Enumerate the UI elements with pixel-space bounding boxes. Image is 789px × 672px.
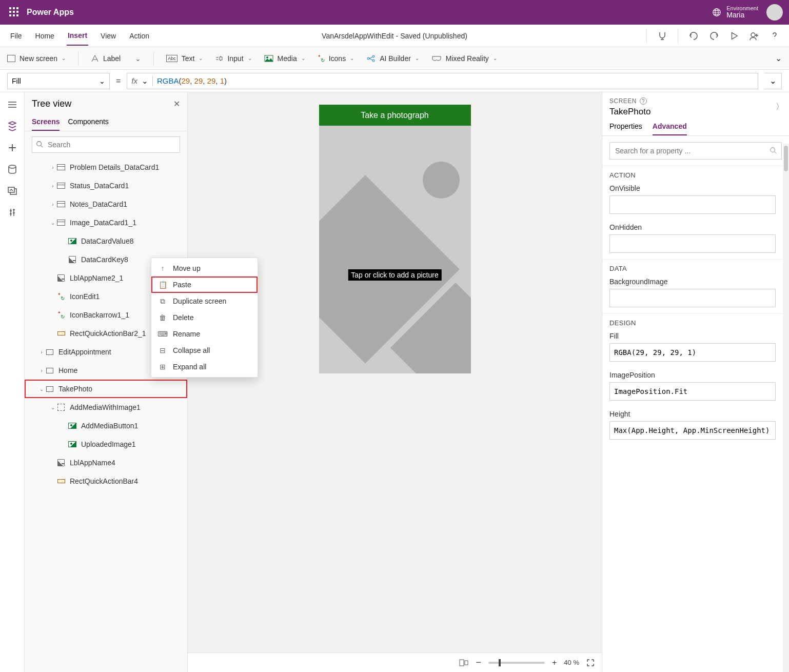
- app-checker-icon[interactable]: [657, 31, 667, 41]
- tree-item[interactable]: ›Status_DataCard1: [25, 176, 187, 195]
- context-menu-icon: 🗑: [159, 313, 167, 322]
- menu-file[interactable]: File: [9, 27, 23, 45]
- input-label: Input: [227, 54, 243, 63]
- zoom-out-button[interactable]: −: [476, 657, 481, 668]
- tree-item[interactable]: LblAppName4: [25, 453, 187, 472]
- play-icon[interactable]: [729, 31, 739, 41]
- prop-onhidden-input[interactable]: [609, 234, 776, 253]
- context-menu-item[interactable]: ⌨Rename: [151, 326, 258, 342]
- fit-screen-icon[interactable]: [586, 659, 595, 667]
- media-rail-icon[interactable]: [7, 186, 17, 196]
- tree-item[interactable]: RectQuickActionBar4: [25, 472, 187, 490]
- prop-fill-input[interactable]: RGBA(29, 29, 29, 1): [609, 343, 776, 362]
- prop-height-input[interactable]: Max(App.Height, App.MinScreenHeight): [609, 421, 776, 440]
- context-menu-item[interactable]: ⊞Expand all: [151, 359, 258, 375]
- property-search-input[interactable]: [609, 142, 782, 160]
- tab-screens[interactable]: Screens: [32, 113, 60, 131]
- formula-input[interactable]: fx ⌄ RGBA(29, 29, 29, 1): [127, 73, 758, 89]
- hamburger-icon[interactable]: [7, 100, 17, 110]
- menu-view[interactable]: View: [100, 27, 117, 45]
- tree-item[interactable]: ⌄TakePhoto: [25, 380, 187, 398]
- tree-search-input[interactable]: [32, 136, 180, 153]
- media-label: Media: [278, 54, 297, 63]
- chevron-right-icon[interactable]: ›: [38, 349, 45, 355]
- help-icon[interactable]: [770, 31, 780, 41]
- zoom-slider[interactable]: [488, 662, 545, 664]
- icons-label: Icons: [329, 54, 346, 63]
- element-type-label: SCREEN: [609, 97, 637, 105]
- prop-bgimage-input[interactable]: [609, 289, 776, 307]
- chevron-right-icon[interactable]: ›: [49, 202, 56, 207]
- mixed-reality-button[interactable]: Mixed Reality ⌄: [431, 54, 497, 63]
- prop-onhidden-label: OnHidden: [609, 223, 782, 231]
- collapse-panel-icon[interactable]: 〉: [776, 102, 784, 112]
- insert-icon[interactable]: [7, 143, 17, 153]
- tree-item[interactable]: ⌄AddMediaWithImage1: [25, 398, 187, 417]
- add-picture-label[interactable]: Tap or click to add a picture: [348, 269, 441, 281]
- menu-home[interactable]: Home: [34, 27, 55, 45]
- settings-icon[interactable]: [7, 207, 17, 218]
- chevron-down-icon[interactable]: ⌄: [49, 220, 56, 226]
- scrollbar[interactable]: [783, 144, 789, 672]
- context-menu-label: Delete: [173, 313, 193, 322]
- tree-item-label: TakePhoto: [58, 385, 92, 393]
- menu-action[interactable]: Action: [128, 27, 150, 45]
- label-button[interactable]: Label ⌄: [91, 54, 141, 63]
- share-icon[interactable]: [749, 31, 759, 41]
- phone-title-bar: Take a photograph: [319, 105, 471, 126]
- context-menu-item[interactable]: 🗑Delete: [151, 309, 258, 326]
- ribbon-overflow-icon[interactable]: ⌄: [775, 53, 782, 63]
- help-badge-icon[interactable]: ?: [640, 97, 647, 105]
- data-icon[interactable]: [7, 164, 17, 174]
- media-button[interactable]: Media ⌄: [264, 54, 305, 63]
- context-menu-item[interactable]: ↑Move up: [151, 260, 258, 276]
- chevron-right-icon[interactable]: ›: [49, 183, 56, 189]
- property-selector[interactable]: Fill ⌄: [7, 73, 110, 89]
- tree-item[interactable]: DataCardValue8: [25, 232, 187, 250]
- text-button[interactable]: Abc Text ⌄: [166, 54, 203, 63]
- tree-view-icon[interactable]: [7, 121, 17, 131]
- undo-icon[interactable]: [688, 31, 699, 41]
- tree-view-title: Tree view: [32, 98, 71, 109]
- chevron-down-icon[interactable]: ⌄: [38, 386, 45, 392]
- context-menu-item[interactable]: ⧉Duplicate screen: [151, 293, 258, 309]
- tree-item[interactable]: ›Notes_DataCard1: [25, 195, 187, 213]
- input-button[interactable]: Input ⌄: [215, 54, 251, 63]
- svg-point-8: [9, 165, 16, 168]
- tree-item[interactable]: ›Problem Details_DataCard1: [25, 158, 187, 176]
- chevron-right-icon[interactable]: ›: [49, 165, 56, 170]
- redo-icon[interactable]: [709, 31, 719, 41]
- menu-insert[interactable]: Insert: [67, 26, 88, 46]
- tree-item-label: LblAppName2_1: [70, 274, 123, 282]
- chevron-right-icon[interactable]: ›: [38, 368, 45, 373]
- chevron-down-icon: ⌄: [199, 55, 203, 61]
- tree-item[interactable]: AddMediaButton1: [25, 417, 187, 435]
- new-screen-button[interactable]: New screen ⌄: [7, 54, 66, 63]
- prop-imagepos-input[interactable]: ImagePosition.Fit: [609, 382, 776, 401]
- card-icon: [56, 164, 66, 171]
- svg-point-6: [372, 55, 374, 57]
- zoom-in-button[interactable]: +: [552, 658, 557, 667]
- user-avatar-icon[interactable]: [766, 4, 783, 21]
- prop-onvisible-input[interactable]: [609, 195, 776, 214]
- chevron-down-icon[interactable]: ⌄: [49, 405, 56, 410]
- tab-components[interactable]: Components: [68, 113, 108, 131]
- formula-fn: RGBA: [157, 76, 179, 85]
- orientation-icon[interactable]: [459, 659, 468, 666]
- app-launcher-icon[interactable]: [9, 7, 19, 17]
- context-menu-icon: ⌨: [159, 330, 167, 338]
- chevron-down-icon: ⌄: [415, 55, 419, 61]
- context-menu-item[interactable]: ⊟Collapse all: [151, 342, 258, 359]
- tree-item-label: Problem Details_DataCard1: [70, 163, 159, 171]
- tree-item[interactable]: UploadedImage1: [25, 435, 187, 453]
- icons-button[interactable]: Icons ⌄: [318, 54, 354, 63]
- tab-advanced[interactable]: Advanced: [653, 122, 687, 135]
- tab-properties[interactable]: Properties: [609, 122, 642, 135]
- formula-expand-button[interactable]: ⌄: [764, 73, 782, 89]
- label-icon: [91, 54, 99, 63]
- section-design: DESIGN: [602, 313, 789, 329]
- ai-builder-button[interactable]: AI Builder ⌄: [366, 54, 419, 63]
- close-icon[interactable]: ✕: [173, 99, 180, 109]
- tree-item[interactable]: ⌄Image_DataCard1_1: [25, 213, 187, 232]
- context-menu-item[interactable]: 📋Paste: [151, 276, 258, 293]
